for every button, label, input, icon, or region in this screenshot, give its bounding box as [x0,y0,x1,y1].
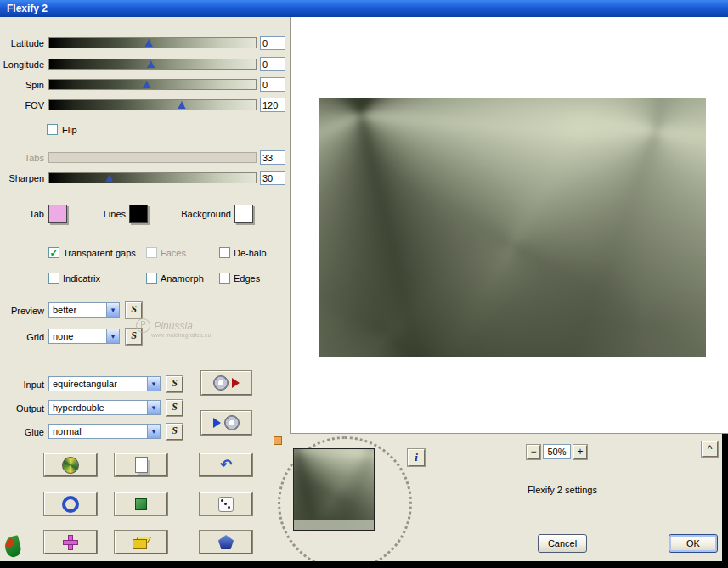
ring-button[interactable] [44,492,97,515]
spin-value-input[interactable] [260,77,285,92]
glue-select[interactable]: normal ▾ [48,424,161,439]
square-button[interactable] [115,492,167,515]
zoom-level[interactable]: 50% [543,444,571,459]
slider-thumb[interactable] [178,101,186,109]
window-title: Flexify 2 [7,3,48,14]
slider-thumb[interactable] [105,174,113,182]
tab-color-swatch[interactable] [48,205,67,223]
chevron-down-icon[interactable]: ▾ [147,377,160,391]
navigator-thumbnail[interactable] [293,448,375,531]
cd-play-button[interactable] [201,371,251,395]
pentagon-button[interactable] [200,531,252,554]
dice-icon [218,497,234,512]
page-button[interactable] [115,453,167,476]
chevron-down-icon[interactable]: ▾ [147,425,160,438]
page-icon [135,457,148,473]
info-button[interactable]: i [408,449,425,466]
sharpen-slider[interactable] [48,172,257,183]
input-select[interactable]: equirectangular ▾ [48,376,161,391]
glue-select-value: normal [53,426,82,436]
grid-select-label: Grid [0,332,44,342]
output-select-value: hyperdouble [53,402,104,413]
faces-checkbox [146,247,157,258]
output-select[interactable]: hyperdouble ▾ [48,400,161,415]
cross-button[interactable] [44,531,97,554]
tab-color-label: Tab [0,209,44,219]
yellow-box-icon [133,536,150,549]
longitude-value-input[interactable] [260,57,285,71]
flame-icon [5,537,20,557]
output-s-button[interactable]: S [166,400,183,416]
disc-icon [213,375,229,391]
input-select-value: equirectangular [53,379,117,389]
glue-s-button[interactable]: S [166,424,183,440]
preview-image [319,98,706,357]
pentagon-icon [218,535,234,549]
fov-value-input[interactable] [260,98,285,112]
green-square-icon [135,498,147,510]
background-color-label: Background [168,209,231,219]
chevron-down-icon[interactable]: ▾ [106,303,119,317]
ring-icon [62,496,79,513]
input-s-button[interactable]: S [166,376,183,392]
anamorph-label: Anamorph [161,273,204,284]
box-button[interactable] [115,531,167,554]
latitude-slider[interactable] [48,37,257,48]
lines-color-swatch[interactable] [129,205,148,223]
latitude-value-input[interactable] [260,36,285,50]
play-icon [232,378,240,388]
spin-label: Spin [0,80,44,90]
longitude-label: Longitude [0,59,44,70]
watermark-site: www.maldiragrafica.eu [151,332,211,338]
zoom-in-button[interactable]: + [573,445,587,459]
transparent-gaps-checkbox[interactable]: ✓ [48,247,59,258]
cancel-button[interactable]: Cancel [538,534,587,553]
fov-label: FOV [0,100,44,110]
right-edge [722,434,728,561]
ok-button[interactable]: OK [669,534,718,553]
indicatrix-label: Indicatrix [63,273,100,284]
flip-label: Flip [62,125,77,135]
slider-thumb[interactable] [145,39,153,47]
tabs-label: Tabs [0,153,44,163]
preview-select[interactable]: better ▾ [48,302,120,318]
dice-button[interactable] [200,492,252,515]
chevron-down-icon[interactable]: ▾ [106,329,119,343]
grid-select[interactable]: none ▾ [48,329,120,344]
output-select-label: Output [0,403,44,413]
latitude-label: Latitude [0,38,44,48]
tabs-value-input[interactable] [260,150,285,165]
faces-label: Faces [161,248,186,258]
chevron-down-icon[interactable]: ▾ [147,401,160,414]
fov-slider[interactable] [48,99,257,110]
preview-s-button[interactable]: S [126,302,142,318]
slider-thumb[interactable] [143,81,150,88]
edges-label: Edges [234,273,260,284]
sharpen-value-input[interactable] [260,171,285,185]
preview-select-value: better [53,305,76,315]
longitude-slider[interactable] [48,59,257,70]
title-bar[interactable]: Flexify 2 [0,0,728,17]
edges-checkbox[interactable] [219,273,230,284]
de-halo-checkbox[interactable] [219,247,230,258]
tabs-slider [48,152,257,163]
anamorph-checkbox[interactable] [146,273,157,284]
undo-button[interactable]: ↶ [200,453,252,476]
collapse-button[interactable]: ^ [702,441,718,457]
bottom-edge [0,561,728,568]
play-cd-button[interactable] [201,411,251,435]
sharpen-label: Sharpen [0,173,44,183]
indicatrix-checkbox[interactable] [48,273,59,284]
play-icon [213,418,221,428]
background-color-swatch[interactable] [234,205,253,223]
transparent-gaps-label: Transparent gaps [63,248,136,258]
flip-checkbox[interactable] [47,124,58,135]
ring-handle[interactable] [274,436,282,445]
disc-icon [224,415,240,430]
grid-s-button[interactable]: S [126,329,142,345]
spin-slider[interactable] [48,79,257,90]
grid-select-value: none [53,331,73,341]
slider-thumb[interactable] [147,60,155,68]
zoom-out-button[interactable]: − [527,445,540,459]
pinwheel-button[interactable] [44,453,97,476]
